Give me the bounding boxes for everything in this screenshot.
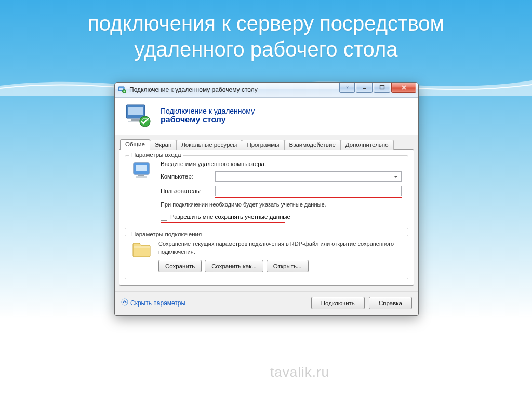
window-controls: ? [339,83,416,93]
highlight-marker-2 [161,222,285,223]
tab-sheet-general: Параметры входа Введите имя удаленного [119,149,414,286]
hide-options-label: Скрыть параметры [130,299,185,307]
close-button[interactable] [391,83,416,93]
svg-rect-12 [136,165,147,171]
rdp-banner-icon [123,103,153,129]
save-creds-checkbox[interactable] [161,214,167,221]
svg-rect-7 [128,107,143,115]
login-group-title: Параметры входа [129,152,183,158]
tab-programs[interactable]: Программы [242,140,284,150]
tab-experience[interactable]: Взаимодействие [284,140,341,150]
folder-icon [131,240,152,260]
svg-rect-4 [363,88,366,89]
tab-area: Общие Экран Локальные ресурсы Программы … [115,135,418,291]
watermark: tavalik.ru [270,364,329,380]
computer-icon [131,161,154,223]
tab-advanced[interactable]: Дополнительно [340,140,394,150]
highlight-marker [215,197,402,198]
tab-general[interactable]: Общие [120,139,150,150]
help-footer-button[interactable]: Справка [369,297,412,309]
tab-local-resources[interactable]: Локальные ресурсы [176,140,242,150]
connection-group-title: Параметры подключения [129,231,204,237]
slide-background: подключения к серверу посредством удален… [0,0,532,398]
save-button[interactable]: Сохранить [158,260,202,272]
rdp-app-icon [118,86,126,94]
hide-options-link[interactable]: Скрыть параметры [121,298,185,307]
svg-rect-14 [136,176,147,178]
svg-point-15 [122,299,128,305]
rdp-window: Подключение к удаленному рабочему столу … [114,82,419,316]
save-creds-label: Разрешить мне сохранять учетные данные [170,214,290,220]
svg-rect-8 [131,119,140,121]
tab-display[interactable]: Экран [150,140,177,150]
computer-label: Компьютер: [161,173,215,180]
open-button[interactable]: Открыть... [267,260,309,272]
svg-rect-5 [380,86,384,89]
banner: Подключение к удаленному рабочему столу [115,98,418,135]
creds-note: При подключении необходимо будет указать… [161,201,402,209]
maximize-button[interactable] [374,83,390,93]
help-button[interactable]: ? [339,83,355,93]
window-title: Подключение к удаленному рабочему столу [129,86,258,93]
computer-combo[interactable] [215,171,402,182]
dialog-footer: Скрыть параметры Подключить Справка [115,291,418,315]
titlebar[interactable]: Подключение к удаленному рабочему столу … [115,83,418,98]
banner-line2: рабочему столу [161,115,255,125]
user-input[interactable] [215,186,402,196]
connect-button[interactable]: Подключить [311,297,365,309]
svg-text:?: ? [346,85,349,90]
connection-text: Сохранение текущих параметров подключени… [158,240,402,256]
login-group: Параметры входа Введите имя удаленного [125,155,408,229]
user-label: Пользователь: [161,188,215,194]
save-as-button[interactable]: Сохранить как... [205,260,263,272]
svg-rect-13 [138,175,144,176]
slide-title: подключения к серверу посредством удален… [0,0,532,67]
collapse-arrow-icon [121,298,128,307]
banner-line1: Подключение к удаленному [161,107,255,115]
connection-group: Параметры подключения Сохранение текущих… [125,235,408,279]
banner-text: Подключение к удаленному рабочему столу [161,107,255,125]
svg-rect-1 [119,88,123,90]
minimize-button[interactable] [356,83,373,93]
tabstrip: Общие Экран Локальные ресурсы Программы … [120,139,414,149]
login-hint: Введите имя удаленного компьютера. [161,161,402,167]
save-creds-row[interactable]: Разрешить мне сохранять учетные данные [161,214,402,221]
